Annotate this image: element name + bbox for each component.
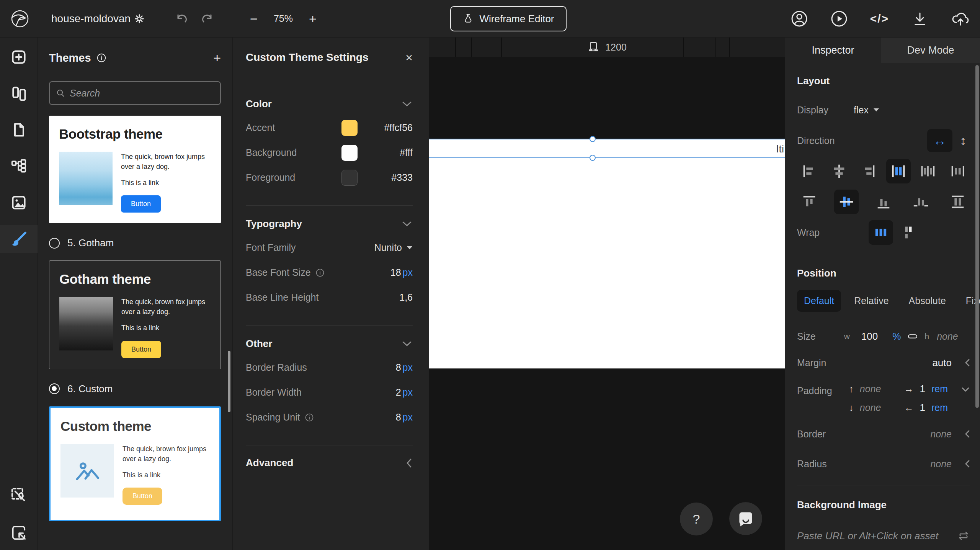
align-start-button[interactable] xyxy=(797,190,822,214)
theme-option-custom[interactable]: 6. Custom xyxy=(49,383,221,395)
foreground-swatch[interactable] xyxy=(341,170,358,186)
components-tool[interactable] xyxy=(0,152,38,180)
zoom-out-button[interactable]: − xyxy=(250,12,258,25)
justify-space-around-button[interactable] xyxy=(916,159,940,183)
padding-right-value[interactable]: 1 xyxy=(920,383,925,395)
themes-info-icon[interactable] xyxy=(96,53,106,63)
accent-swatch[interactable] xyxy=(341,120,358,136)
import-selector-tool[interactable] xyxy=(10,524,28,542)
gotham-theme-card[interactable]: Gotham theme The quick, brown fox jumps … xyxy=(49,260,221,369)
info-icon[interactable] xyxy=(305,413,314,422)
border-value[interactable]: none xyxy=(930,429,952,440)
custom-theme-card[interactable]: Custom theme The quick, brown fox jumps … xyxy=(49,406,221,521)
add-theme-button[interactable]: + xyxy=(213,51,221,64)
breakpoint-bar[interactable]: 1200 xyxy=(429,38,785,57)
preview-play-icon[interactable] xyxy=(830,10,848,28)
add-element-tool[interactable] xyxy=(0,43,38,71)
align-stretch-button[interactable] xyxy=(946,190,970,214)
padding-left-unit[interactable]: rem xyxy=(931,402,948,413)
border-width-unit[interactable]: px xyxy=(403,387,413,398)
theme-option-gotham[interactable]: 5. Gotham xyxy=(49,237,221,249)
selected-element-text[interactable]: Iti xyxy=(776,143,784,155)
breakpoint-label[interactable]: 1200 xyxy=(429,38,785,57)
selection-handle-bottom[interactable] xyxy=(590,155,596,161)
bootstrap-theme-card[interactable]: Bootstrap theme The quick, brown fox jum… xyxy=(49,116,221,223)
padding-top-value[interactable]: none xyxy=(860,383,881,394)
accent-hex-value[interactable]: #ffcf56 xyxy=(368,122,413,133)
layouts-tool[interactable] xyxy=(0,79,38,108)
position-relative-button[interactable]: Relative xyxy=(847,290,895,312)
typography-section-header[interactable]: Typography xyxy=(246,218,413,230)
color-section-header[interactable]: Color xyxy=(246,98,413,110)
search-input[interactable] xyxy=(70,88,214,99)
project-settings-gear-icon[interactable] xyxy=(134,14,144,24)
base-line-height-value[interactable]: 1,6 xyxy=(399,292,413,303)
position-absolute-button[interactable]: Absolute xyxy=(902,290,953,312)
position-default-button-active[interactable]: Default xyxy=(797,290,841,312)
display-dropdown[interactable]: flex xyxy=(854,105,879,116)
assets-images-tool[interactable] xyxy=(0,188,38,217)
base-font-size-unit[interactable]: px xyxy=(403,267,413,278)
wrap-nowrap-button-active[interactable] xyxy=(869,220,893,245)
chevron-left-icon[interactable] xyxy=(965,358,970,367)
info-icon[interactable] xyxy=(315,268,325,277)
project-name[interactable]: house-moldovan xyxy=(51,13,131,25)
custom-radio-selected[interactable] xyxy=(49,383,60,394)
redo-icon[interactable] xyxy=(200,11,215,26)
canvas-area[interactable]: 1200 Iti ? xyxy=(429,38,785,550)
padding-bottom-value[interactable]: none xyxy=(860,402,881,413)
height-value[interactable]: none xyxy=(937,331,958,342)
code-export-icon[interactable]: </> xyxy=(870,12,889,25)
border-width-value[interactable]: 2 xyxy=(396,387,401,398)
background-image-url-input[interactable] xyxy=(797,530,957,542)
base-font-size-value[interactable]: 18 xyxy=(390,267,401,278)
width-value[interactable]: 100 xyxy=(861,331,878,342)
themes-scrollbar[interactable] xyxy=(228,351,230,412)
no-style-source-tool[interactable] xyxy=(10,486,28,504)
padding-left-value[interactable]: 1 xyxy=(920,402,925,414)
chevron-left-icon[interactable] xyxy=(965,429,970,439)
justify-space-between-button-active[interactable] xyxy=(886,159,911,183)
close-icon[interactable]: × xyxy=(405,51,413,64)
undo-icon[interactable] xyxy=(174,11,189,26)
justify-space-evenly-button[interactable] xyxy=(946,159,970,183)
align-baseline-button[interactable] xyxy=(908,190,933,214)
help-button[interactable]: ? xyxy=(680,503,713,535)
selection-handle-top[interactable] xyxy=(590,136,596,142)
foreground-hex-value[interactable]: #333 xyxy=(368,172,413,183)
width-unit[interactable]: % xyxy=(892,331,901,342)
themes-tool-active[interactable] xyxy=(0,225,38,253)
other-section-header[interactable]: Other xyxy=(246,338,413,350)
direction-vertical-button[interactable]: ↕ xyxy=(960,134,966,148)
app-logo-icon[interactable] xyxy=(10,9,30,29)
padding-right-unit[interactable]: rem xyxy=(931,383,948,394)
inspector-scrollbar[interactable] xyxy=(975,65,979,408)
direction-horizontal-button-active[interactable]: ↔ xyxy=(927,129,952,152)
border-radius-value[interactable]: 8 xyxy=(396,362,401,373)
wrap-wrap-button[interactable] xyxy=(897,220,921,245)
tab-inspector[interactable]: Inspector xyxy=(785,38,881,63)
wireframe-editor-button[interactable]: Wireframe Editor xyxy=(450,6,567,31)
zoom-level[interactable]: 75% xyxy=(274,13,293,24)
justify-start-button[interactable] xyxy=(797,159,822,183)
chat-support-button[interactable] xyxy=(729,502,762,535)
link-dimensions-icon[interactable] xyxy=(907,332,918,341)
theme-search[interactable] xyxy=(49,81,221,105)
align-center-button-active[interactable] xyxy=(834,190,859,214)
align-end-button[interactable] xyxy=(871,190,896,214)
spacing-unit-unit[interactable]: px xyxy=(403,412,413,423)
page-canvas[interactable]: Iti xyxy=(429,139,785,368)
justify-end-button[interactable] xyxy=(856,159,881,183)
gotham-radio[interactable] xyxy=(49,238,60,249)
chevron-down-icon[interactable] xyxy=(961,387,970,392)
font-family-dropdown[interactable]: Nunito xyxy=(374,242,413,253)
margin-value[interactable]: auto xyxy=(932,357,952,369)
spacing-unit-value[interactable]: 8 xyxy=(396,412,401,423)
zoom-in-button[interactable]: + xyxy=(309,12,317,25)
download-icon[interactable] xyxy=(911,10,929,28)
background-hex-value[interactable]: #fff xyxy=(368,147,413,158)
background-swatch[interactable] xyxy=(341,145,358,161)
publish-cloud-icon[interactable] xyxy=(951,10,970,28)
radius-value[interactable]: none xyxy=(930,458,952,470)
swap-asset-icon[interactable] xyxy=(957,529,970,542)
